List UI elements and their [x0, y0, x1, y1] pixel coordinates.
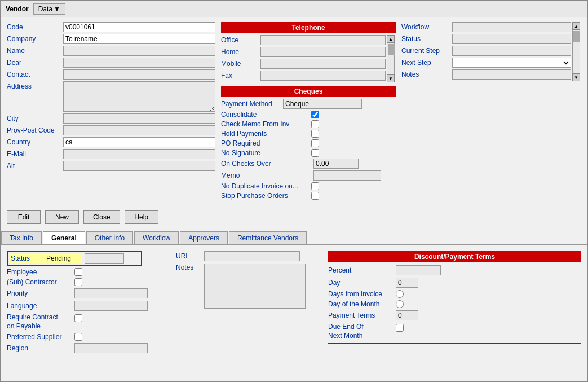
payment-terms-input[interactable] [396, 310, 418, 320]
stop-purchase-row: Stop Purchase Orders [221, 192, 396, 200]
tab-other-info[interactable]: Other Info [86, 231, 133, 244]
name-input[interactable] [63, 46, 215, 56]
wf-notes-input[interactable] [452, 69, 571, 80]
fax-input[interactable] [260, 71, 386, 81]
employee-checkbox[interactable] [74, 268, 82, 276]
prov-post-input[interactable] [63, 125, 215, 135]
gen-notes-textarea[interactable] [204, 264, 306, 309]
region-input[interactable] [74, 343, 148, 353]
no-duplicate-row: No Duplicate Invoice on... [221, 182, 396, 190]
status-extra-input[interactable] [85, 253, 124, 264]
no-signature-checkbox[interactable] [311, 149, 319, 157]
on-checks-row: On Checks Over [221, 159, 396, 169]
employee-row: Employee [7, 268, 165, 276]
payment-terms-label: Payment Terms [328, 311, 396, 319]
consolidate-row: Consolidate [221, 111, 396, 118]
alt-row: Alt [7, 161, 215, 171]
contact-row: Contact [7, 69, 215, 80]
check-memo-checkbox[interactable] [311, 120, 319, 128]
title-bar: Vendor Data ▼ [1, 1, 587, 17]
telephone-header: Telephone [221, 22, 396, 33]
address-input[interactable] [63, 81, 215, 112]
tab-remittance-vendors[interactable]: Remittance Vendors [229, 231, 307, 244]
no-duplicate-checkbox[interactable] [311, 182, 319, 190]
general-middle-panel: URL Notes [176, 251, 317, 355]
address-row: Address [7, 81, 215, 112]
tab-approvers[interactable]: Approvers [180, 231, 228, 244]
alt-input[interactable] [63, 161, 215, 171]
no-signature-label: No Signature [221, 149, 311, 157]
mobile-label: Mobile [221, 60, 260, 68]
office-row: Office [221, 35, 386, 45]
next-step-select[interactable] [452, 58, 571, 68]
require-contract-checkbox[interactable] [74, 314, 82, 322]
edit-button[interactable]: Edit [7, 210, 41, 224]
alt-label: Alt [7, 162, 63, 170]
contact-input[interactable] [63, 69, 215, 80]
consolidate-checkbox[interactable] [311, 111, 319, 118]
payment-method-input[interactable] [283, 99, 362, 109]
new-button[interactable]: New [45, 210, 79, 224]
country-input[interactable] [63, 137, 215, 147]
scroll-down-arrow[interactable]: ▼ [387, 74, 395, 82]
tab-workflow[interactable]: Workflow [134, 231, 179, 244]
priority-input[interactable] [74, 288, 148, 298]
days-from-invoice-radio[interactable] [396, 290, 404, 298]
due-end-checkbox[interactable] [396, 324, 404, 332]
day-of-month-radio[interactable] [396, 300, 404, 308]
no-duplicate-label: No Duplicate Invoice on... [221, 182, 311, 190]
window-title: Vendor [6, 5, 29, 13]
code-input[interactable] [63, 22, 215, 32]
subcontractor-checkbox[interactable] [74, 278, 82, 286]
stop-purchase-checkbox[interactable] [311, 192, 319, 200]
hold-payments-checkbox[interactable] [311, 130, 319, 138]
middle-panel: Telephone Office Home Mobile [221, 22, 396, 201]
wf-scroll-down[interactable]: ▼ [572, 73, 580, 81]
priority-label: Priority [7, 289, 74, 297]
tab-general[interactable]: General [43, 231, 85, 244]
workflow-input[interactable] [452, 22, 571, 32]
close-button[interactable]: Close [83, 210, 120, 224]
gen-notes-row: Notes [176, 264, 317, 309]
tel-scrollbar: ▲ ▼ [387, 35, 396, 82]
po-required-checkbox[interactable] [311, 139, 319, 147]
memo-input[interactable] [313, 170, 381, 181]
wf-scroll-up[interactable]: ▲ [572, 22, 580, 30]
consolidate-label: Consolidate [221, 111, 311, 118]
preferred-supplier-checkbox[interactable] [74, 333, 82, 341]
data-button[interactable]: Data ▼ [33, 3, 65, 15]
address-label: Address [7, 82, 63, 90]
wf-status-row: Status [401, 34, 571, 44]
vendor-window: Vendor Data ▼ Code Company Name Dear [0, 0, 588, 382]
day-input[interactable] [396, 278, 418, 288]
mobile-row: Mobile [221, 59, 386, 69]
home-input[interactable] [260, 47, 386, 57]
current-step-input[interactable] [452, 46, 571, 56]
city-input[interactable] [63, 113, 215, 124]
url-input[interactable] [204, 251, 300, 261]
help-button[interactable]: Help [125, 210, 158, 224]
percent-row: Percent [328, 265, 581, 275]
po-required-row: PO Required [221, 139, 396, 147]
language-input[interactable] [74, 301, 148, 311]
tab-tax-info[interactable]: Tax Info [1, 231, 42, 244]
right-panel: Workflow Status Current Step Next Step [401, 22, 581, 201]
current-step-row: Current Step [401, 46, 571, 56]
scroll-up-arrow[interactable]: ▲ [387, 35, 395, 43]
city-label: City [7, 115, 63, 122]
city-row: City [7, 113, 215, 124]
status-label: Status [9, 254, 43, 263]
wf-status-input[interactable] [452, 34, 571, 44]
company-input[interactable] [63, 34, 215, 44]
percent-input[interactable] [396, 265, 441, 275]
hold-payments-row: Hold Payments [221, 130, 396, 138]
preferred-supplier-label: Preferred Supplier [7, 333, 74, 341]
office-input[interactable] [260, 35, 386, 45]
mobile-input[interactable] [260, 59, 386, 69]
dear-input[interactable] [63, 58, 215, 68]
wf-notes-label: Notes [401, 71, 452, 78]
next-step-label: Next Step [401, 59, 452, 67]
email-input[interactable] [63, 149, 215, 159]
email-label: E-Mail [7, 150, 63, 158]
on-checks-input[interactable] [313, 159, 359, 169]
